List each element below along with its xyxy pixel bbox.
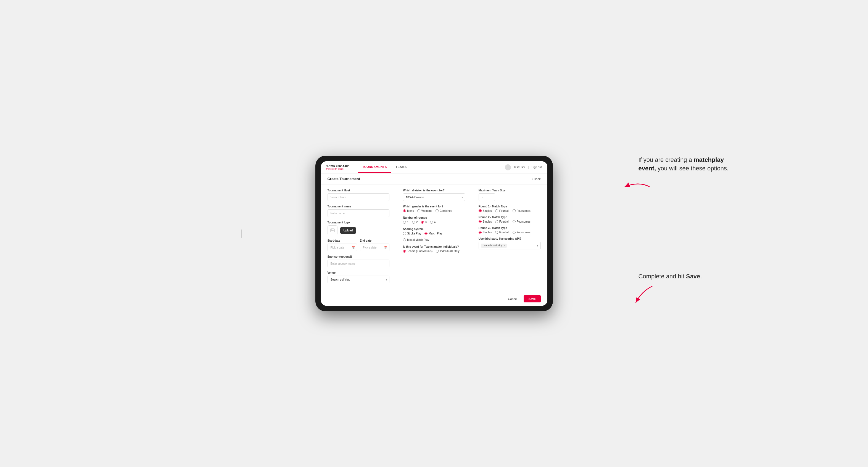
round2-radio-group: Singles Fourball Foursomes: [478, 220, 541, 223]
tournament-host-label: Tournament Host: [328, 189, 390, 192]
annotations: If you are creating a matchplay event, y…: [639, 156, 733, 306]
nav-right: Test User | Sign out: [505, 164, 542, 170]
rounds-3[interactable]: 3: [421, 221, 427, 224]
scoring-match-radio[interactable]: [425, 232, 428, 235]
round3-radio-group: Singles Fourball Foursomes: [478, 231, 541, 234]
round2-fourball-radio[interactable]: [495, 220, 498, 223]
round2-fourball-label: Fourball: [499, 220, 509, 223]
round1-foursomes[interactable]: Foursomes: [513, 209, 530, 212]
api-tag-value: Leaderboard King: [483, 244, 503, 247]
calendar-icon-end: 📅: [384, 246, 387, 249]
tab-teams[interactable]: TEAMS: [391, 161, 411, 173]
tournament-host-input[interactable]: [328, 193, 390, 201]
round2-foursomes-radio[interactable]: [513, 220, 516, 223]
round1-foursomes-radio[interactable]: [513, 209, 516, 212]
round1-fourball-radio[interactable]: [495, 209, 498, 212]
round1-section: Round 1 - Match Type Singles Fourball: [478, 205, 541, 212]
scoring-medal-label: Medal Match Play: [407, 238, 429, 241]
round2-singles[interactable]: Singles: [478, 220, 492, 223]
gender-mens-radio[interactable]: [403, 209, 406, 212]
back-button[interactable]: ‹ Back: [532, 177, 540, 181]
rounds-3-radio[interactable]: [421, 221, 424, 224]
nav-divider: |: [528, 166, 529, 169]
teams-teams-label: Teams (+Individuals): [407, 250, 432, 253]
division-select[interactable]: NCAA Division I: [403, 193, 465, 201]
max-team-size-input[interactable]: [478, 193, 495, 201]
teams-group: Is this event for Teams and/or Individua…: [403, 245, 465, 253]
round3-fourball[interactable]: Fourball: [495, 231, 509, 234]
round1-singles[interactable]: Singles: [478, 209, 492, 212]
api-tag: Leaderboard King ×: [481, 244, 507, 248]
save-button[interactable]: Save: [524, 295, 541, 302]
rounds-2[interactable]: 2: [412, 221, 418, 224]
gender-mens[interactable]: Mens: [403, 209, 414, 212]
start-date-group: Start date 📅: [328, 239, 357, 251]
rounds-1-radio[interactable]: [403, 221, 406, 224]
scoring-radio-group: Stroke Play Match Play Medal Match Play: [403, 232, 465, 241]
gender-combined[interactable]: Combined: [436, 209, 453, 212]
logo-title: SCOREBOARD: [327, 165, 350, 168]
rounds-4[interactable]: 4: [430, 221, 436, 224]
gender-womens-radio[interactable]: [417, 209, 420, 212]
division-select-wrapper: NCAA Division I: [403, 193, 465, 201]
round1-singles-radio[interactable]: [478, 209, 482, 212]
gender-womens-label: Womens: [422, 209, 432, 212]
api-select-wrapper[interactable]: Leaderboard King × ▾: [478, 242, 541, 249]
back-label: Back: [534, 177, 540, 181]
end-date-group: End date 📅: [360, 239, 390, 251]
upload-button[interactable]: Upload: [340, 227, 356, 234]
rounds-1[interactable]: 1: [403, 221, 409, 224]
calendar-icon-start: 📅: [351, 246, 355, 249]
annotation-matchplay-text: If you are creating a matchplay event, y…: [639, 156, 733, 173]
end-date-label: End date: [360, 239, 390, 242]
round3-label: Round 3 - Match Type: [478, 226, 541, 229]
chevron-down-icon: ▾: [537, 244, 538, 247]
end-date-wrapper: 📅: [360, 244, 390, 251]
gender-womens[interactable]: Womens: [417, 209, 432, 212]
api-tag-close[interactable]: ×: [503, 244, 505, 247]
scoring-match[interactable]: Match Play: [425, 232, 442, 235]
round3-foursomes-label: Foursomes: [517, 231, 530, 234]
scoring-stroke-radio[interactable]: [403, 232, 406, 235]
api-group: Use third-party live scoring API? Leader…: [478, 237, 541, 249]
scoring-stroke[interactable]: Stroke Play: [403, 232, 421, 235]
round2-fourball[interactable]: Fourball: [495, 220, 509, 223]
sign-out-link[interactable]: Sign out: [532, 166, 542, 169]
rounds-4-radio[interactable]: [430, 221, 433, 224]
round1-fourball[interactable]: Fourball: [495, 209, 509, 212]
teams-individuals-radio[interactable]: [436, 250, 439, 253]
tournament-name-group: Tournament name: [328, 205, 390, 217]
round3-singles[interactable]: Singles: [478, 231, 492, 234]
annotation-save-text: Complete and hit Save.: [639, 272, 733, 281]
venue-select[interactable]: Search golf club: [328, 276, 390, 283]
rounds-2-radio[interactable]: [412, 221, 415, 224]
tournament-name-input[interactable]: [328, 209, 390, 217]
page-title: Create Tournament: [328, 177, 360, 181]
page-header: Create Tournament ‹ Back: [321, 174, 547, 185]
venue-label: Venue: [328, 271, 390, 274]
cancel-button[interactable]: Cancel: [505, 295, 521, 302]
venue-group: Venue Search golf club: [328, 271, 390, 283]
round3-foursomes[interactable]: Foursomes: [513, 231, 530, 234]
max-team-size-group: Maximum Team Size: [478, 189, 541, 201]
round3-section: Round 3 - Match Type Singles Fourball: [478, 226, 541, 234]
scoring-medal-radio[interactable]: [403, 238, 406, 241]
logo-placeholder: [328, 225, 338, 235]
back-chevron-icon: ‹: [532, 177, 533, 181]
image-icon: [330, 228, 335, 232]
teams-teams[interactable]: Teams (+Individuals): [403, 250, 432, 253]
tab-tournaments[interactable]: TOURNAMENTS: [358, 161, 391, 173]
round3-fourball-radio[interactable]: [495, 231, 498, 234]
round3-singles-radio[interactable]: [478, 231, 482, 234]
round2-singles-radio[interactable]: [478, 220, 482, 223]
round2-foursomes[interactable]: Foursomes: [513, 220, 530, 223]
form-col-2: Which division is the event for? NCAA Di…: [396, 185, 472, 292]
tablet-frame: SCOREBOARD Powered by clippit TOURNAMENT…: [315, 156, 553, 311]
round3-foursomes-radio[interactable]: [513, 231, 516, 234]
teams-individuals[interactable]: Individuals Only: [436, 250, 460, 253]
rounds-group: Number of rounds 1 2: [403, 216, 465, 224]
scoring-medal[interactable]: Medal Match Play: [403, 238, 429, 241]
gender-combined-radio[interactable]: [436, 209, 439, 212]
sponsor-input[interactable]: [328, 259, 390, 267]
teams-teams-radio[interactable]: [403, 250, 406, 253]
